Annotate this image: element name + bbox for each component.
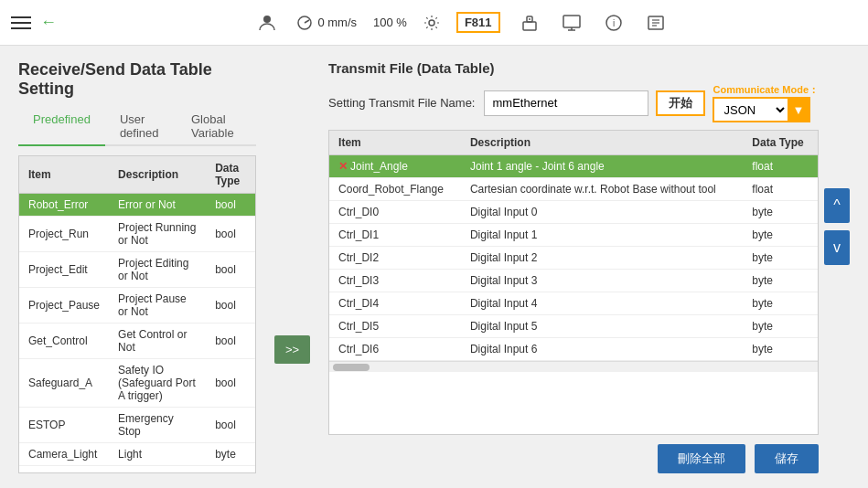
percent-display: 100 %: [373, 16, 407, 29]
desc-cell: Robot Model: [109, 466, 206, 474]
type-cell: bool: [206, 324, 255, 359]
type-cell: bool: [206, 288, 255, 324]
desc-cell: Project Running or Not: [109, 217, 206, 252]
file-name-input[interactable]: [484, 90, 648, 116]
right-col-type-header: Data Type: [743, 131, 818, 155]
right-col-item-header: Item: [329, 131, 461, 155]
info-icon: i: [601, 10, 627, 36]
bottom-buttons: 刪除全部 儲存: [328, 435, 819, 473]
item-cell: Project_Pause: [19, 288, 109, 324]
desc-cell: Digital Input 1: [461, 224, 743, 247]
desc-cell: Digital Input 0: [461, 201, 743, 224]
error-icon: ✕: [338, 160, 348, 173]
svg-rect-8: [563, 16, 580, 27]
desc-cell: Project Pause or Not: [109, 288, 206, 324]
item-cell: ✕Joint_Angle: [329, 155, 461, 178]
tab-predefined[interactable]: Predefined: [18, 108, 105, 146]
type-cell: byte: [743, 292, 818, 315]
svg-text:i: i: [612, 18, 614, 28]
type-cell: bool: [206, 252, 255, 288]
right-h-scroll[interactable]: [329, 361, 818, 372]
menu-icon[interactable]: [11, 16, 31, 29]
desc-cell: Light: [109, 443, 206, 466]
table-row[interactable]: Get_ControlGet Control or Notbool: [19, 324, 255, 359]
back-arrow-icon[interactable]: ←: [40, 13, 57, 32]
transfer-button[interactable]: >>: [274, 335, 310, 364]
person-icon: [254, 10, 280, 36]
communicate-mode-select-wrap: JSON XML CSV ▼: [713, 97, 810, 122]
svg-point-7: [529, 18, 530, 20]
table-row[interactable]: Project_EditProject Editing or Notbool: [19, 252, 255, 288]
right-data-table: Item Description Data Type ✕Joint_AngleJ…: [329, 131, 818, 361]
start-button[interactable]: 开始: [656, 90, 705, 116]
type-cell: byte: [743, 270, 818, 292]
item-cell: Ctrl_DI6: [329, 338, 461, 361]
item-cell: Ctrl_DI0: [329, 201, 461, 224]
type-cell: byte: [743, 201, 818, 224]
type-cell: byte: [206, 443, 255, 466]
table-row[interactable]: Ctrl_DI3Digital Input 3byte: [329, 270, 818, 292]
communicate-dropdown-arrow[interactable]: ▼: [788, 97, 809, 122]
table-row[interactable]: ESTOPEmergency Stopbool: [19, 408, 255, 443]
right-col-desc-header: Description: [461, 131, 743, 155]
type-cell: bool: [206, 359, 255, 408]
item-cell: Ctrl_DI3: [329, 270, 461, 292]
tab-bar: Predefined User defined Global Variable: [18, 108, 256, 146]
table-row[interactable]: Ctrl_DI5Digital Input 5byte: [329, 315, 818, 338]
table-row[interactable]: ✕Joint_AngleJoint 1 angle - Joint 6 angl…: [329, 155, 818, 178]
file-name-row: Setting Transmit File Name: 开始 Communica…: [328, 83, 819, 122]
desc-cell: Safety IO (Safeguard Port A trigger): [109, 359, 206, 408]
robot-icon: [517, 10, 542, 36]
table-row[interactable]: Robot_ModelRobot Modelstring: [19, 466, 255, 474]
type-cell: float: [743, 155, 818, 178]
table-row[interactable]: Ctrl_DI4Digital Input 4byte: [329, 292, 818, 315]
desc-cell: Project Editing or Not: [109, 252, 206, 288]
delete-all-button[interactable]: 刪除全部: [658, 444, 745, 473]
desc-cell: Digital Input 2: [461, 247, 743, 270]
svg-point-3: [429, 20, 434, 26]
up-button[interactable]: ^: [824, 188, 850, 223]
desc-cell: Get Control or Not: [109, 324, 206, 359]
page-title: Receive/Send Data Table Setting: [18, 60, 256, 99]
item-cell: Camera_Light: [19, 443, 109, 466]
tab-user-defined[interactable]: User defined: [105, 108, 177, 146]
table-row[interactable]: Coord_Robot_FlangeCartesian coordinate w…: [329, 178, 818, 201]
table-row[interactable]: Project_PauseProject Pause or Notbool: [19, 288, 255, 324]
item-cell: Ctrl_DI5: [329, 315, 461, 338]
save-button[interactable]: 儲存: [755, 444, 819, 473]
transmit-title: Transmit File (Data Table): [328, 60, 819, 76]
down-button[interactable]: v: [824, 230, 850, 265]
table-row[interactable]: Camera_LightLightbyte: [19, 443, 255, 466]
table-row[interactable]: Safeguard_ASafety IO (Safeguard Port A t…: [19, 359, 255, 408]
communicate-mode-label: Communicate Mode：: [713, 83, 819, 97]
desc-cell: Emergency Stop: [109, 408, 206, 443]
communicate-mode-select[interactable]: JSON XML CSV: [714, 99, 788, 121]
table-row[interactable]: Ctrl_DI0Digital Input 0byte: [329, 201, 818, 224]
item-cell: Robot_Model: [19, 466, 109, 474]
main-content: Receive/Send Data Table Setting Predefin…: [0, 46, 868, 488]
table-row[interactable]: Ctrl_DI1Digital Input 1byte: [329, 224, 818, 247]
table-row[interactable]: Ctrl_DI2Digital Input 2byte: [329, 247, 818, 270]
table-row[interactable]: Robot_ErrorError or Notbool: [19, 194, 255, 217]
topbar: ← 0 mm/s 100 % F811 i: [0, 0, 868, 46]
right-table-wrapper: Item Description Data Type ✕Joint_AngleJ…: [328, 130, 819, 435]
type-cell: string: [206, 466, 255, 474]
right-panel-inner: Transmit File (Data Table) Setting Trans…: [328, 60, 819, 473]
item-cell: Project_Edit: [19, 252, 109, 288]
item-cell: Ctrl_DI1: [329, 224, 461, 247]
item-cell: Get_Control: [19, 324, 109, 359]
tab-global-variable[interactable]: Global Variable: [177, 108, 256, 146]
left-data-table: Item Description Data Type Robot_ErrorEr…: [19, 156, 255, 473]
table-row[interactable]: Project_RunProject Running or Notbool: [19, 217, 255, 252]
type-cell: float: [743, 178, 818, 201]
monitor-icon: [559, 10, 584, 36]
item-cell: ESTOP: [19, 408, 109, 443]
col-item-header: Item: [19, 156, 109, 194]
left-table-wrapper: Item Description Data Type Robot_ErrorEr…: [18, 155, 256, 473]
right-content-area: Transmit File (Data Table) Setting Trans…: [328, 60, 850, 473]
svg-rect-4: [523, 22, 536, 30]
table-row[interactable]: Ctrl_DI6Digital Input 6byte: [329, 338, 818, 361]
type-cell: bool: [206, 408, 255, 443]
desc-cell: Joint 1 angle - Joint 6 angle: [461, 155, 743, 178]
col-desc-header: Description: [109, 156, 206, 194]
